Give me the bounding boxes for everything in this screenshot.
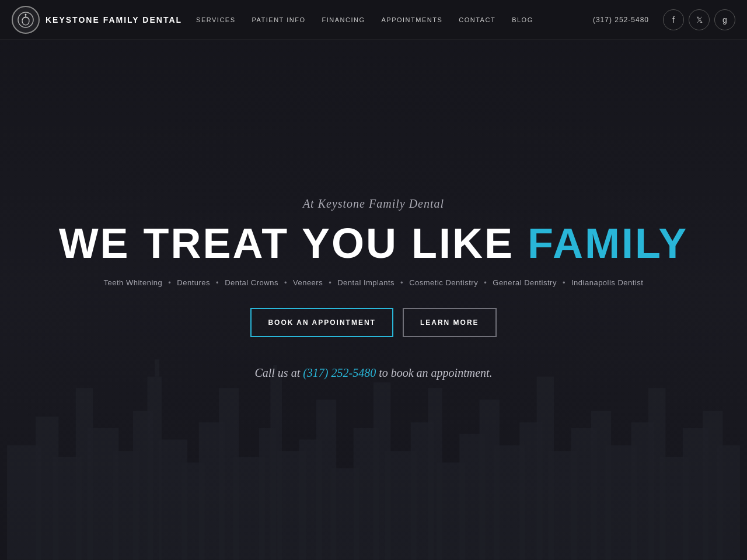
hero-section: At Keystone Family Dental WE TREAT YOU L… [0, 40, 747, 560]
call-prefix: Call us at [254, 366, 303, 379]
service-dental-implants: Dental Implants [337, 278, 395, 287]
main-nav: SERVICES PATIENT INFO FINANCING APPOINTM… [188, 0, 542, 40]
learn-more-button[interactable]: LEARN MORE [403, 308, 497, 337]
dot-2: • [216, 278, 219, 287]
logo-icon [12, 6, 40, 34]
dot-4: • [329, 278, 331, 287]
hero-call-text: Call us at (317) 252-5480 to book an app… [254, 366, 492, 380]
hero-services: Teeth Whitening • Dentures • Dental Crow… [104, 278, 644, 287]
nav-blog[interactable]: BLOG [504, 0, 542, 40]
nav-appointments[interactable]: APPOINTMENTS [373, 0, 451, 40]
dot-3: • [284, 278, 287, 287]
header-right: (317) 252-5480 f 𝕏 g [584, 9, 735, 30]
header-phone[interactable]: (317) 252-5480 [584, 16, 658, 24]
googleplus-icon[interactable]: g [714, 9, 735, 30]
nav-patient-info[interactable]: PATIENT INFO [244, 0, 314, 40]
hero-title-highlight: FAMILY [528, 220, 688, 267]
logo-link[interactable]: KEYSTONE FAMILY DENTAL [12, 6, 182, 34]
dot-6: • [484, 278, 487, 287]
hero-content: At Keystone Family Dental WE TREAT YOU L… [59, 197, 689, 380]
service-dental-crowns: Dental Crowns [225, 278, 278, 287]
service-general-dentistry: General Dentistry [493, 278, 557, 287]
service-veneers: Veneers [293, 278, 323, 287]
service-teeth-whitening: Teeth Whitening [104, 278, 163, 287]
dot-1: • [168, 278, 171, 287]
logo-text: KEYSTONE FAMILY DENTAL [46, 15, 182, 24]
call-suffix: to book an appointment. [376, 366, 492, 379]
call-phone[interactable]: (317) 252-5480 [303, 366, 376, 379]
svg-rect-45 [717, 446, 740, 560]
nav-financing[interactable]: FINANCING [313, 0, 373, 40]
nav-services[interactable]: SERVICES [188, 0, 243, 40]
svg-point-3 [25, 13, 27, 15]
twitter-icon[interactable]: 𝕏 [689, 9, 710, 30]
nav-contact[interactable]: CONTACT [451, 0, 504, 40]
dot-5: • [400, 278, 403, 287]
hero-title: WE TREAT YOU LIKE FAMILY [59, 222, 689, 264]
facebook-icon[interactable]: f [663, 9, 684, 30]
hero-title-prefix: WE TREAT YOU LIKE [59, 220, 528, 267]
hero-buttons: BOOK AN APPOINTMENT LEARN MORE [250, 308, 496, 337]
service-cosmetic-dentistry: Cosmetic Dentistry [409, 278, 478, 287]
service-dentures: Dentures [177, 278, 210, 287]
site-header: KEYSTONE FAMILY DENTAL SERVICES PATIENT … [0, 0, 747, 40]
hero-subtitle: At Keystone Family Dental [303, 197, 444, 211]
service-indianapolis-dentist: Indianapolis Dentist [571, 278, 643, 287]
book-appointment-button[interactable]: BOOK AN APPOINTMENT [250, 308, 393, 337]
dot-7: • [563, 278, 566, 287]
